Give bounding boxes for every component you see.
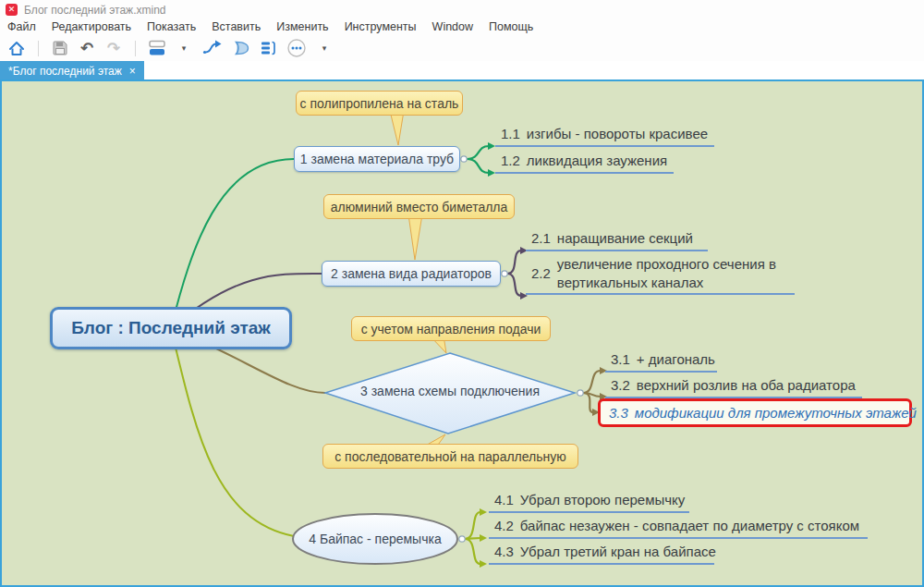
menu-edit[interactable]: Редактировать xyxy=(52,20,131,33)
relationship-button[interactable] xyxy=(201,37,224,59)
boundary-icon xyxy=(232,40,251,56)
subtopic-text: байпас незаужен - совпадает по диаметру … xyxy=(520,517,859,535)
menu-insert[interactable]: Вставить xyxy=(212,20,261,33)
summary-icon xyxy=(260,40,278,56)
menu-window[interactable]: Window xyxy=(432,20,473,33)
branch4-curve xyxy=(171,328,294,536)
callout-branch3-top[interactable]: с учетом направления подачи xyxy=(351,316,551,341)
title-bar: ✕ Блог последний этаж.xmind xyxy=(0,0,924,18)
subtopic-text: Убрал второю перемычку xyxy=(520,491,685,509)
summary-button[interactable] xyxy=(260,37,278,59)
redo-button[interactable]: ↷ xyxy=(104,37,123,59)
relationship-icon xyxy=(201,40,224,56)
callout1-tail xyxy=(390,111,404,145)
subtopic-2-1[interactable]: 2.1 наращивание секций xyxy=(526,229,708,251)
redo-icon: ↷ xyxy=(107,41,120,56)
save-button[interactable] xyxy=(51,37,69,59)
subtopic-text: + диагональ xyxy=(637,350,715,369)
subtopic-4-1[interactable]: 4.1 Убрал второю перемычку xyxy=(489,491,689,513)
toolbar-separator xyxy=(135,41,136,56)
subtopic-number: 4.2 xyxy=(494,518,514,533)
collapse-handle[interactable] xyxy=(459,536,465,542)
subtopic-text: изгибы - повороты красивее xyxy=(527,125,708,143)
subtopic-number: 3.2 xyxy=(611,377,630,393)
xmind-logo-icon: ✕ xyxy=(6,4,18,16)
tab-label: *Блог последний этаж xyxy=(8,65,122,78)
chevron-down-icon: ▾ xyxy=(322,43,327,53)
subtopic-3-2[interactable]: 3.2 верхний розлив на оба радиатора xyxy=(605,376,862,398)
topic-4-ellipse-label[interactable]: 4 Байпас - перемычка xyxy=(298,532,453,546)
subtopic-4-2[interactable]: 4.2 байпас незаужен - совпадает по диаме… xyxy=(489,517,868,539)
subtopic-text: модификации для промежуточных этажей xyxy=(635,405,917,421)
home-icon xyxy=(7,40,26,57)
subtopic-3-3-highlighted[interactable]: 3.3 модификации для промежуточных этажей xyxy=(598,398,912,427)
subtopic-3-1[interactable]: 3.1 + диагональ xyxy=(605,350,717,373)
boundary-button[interactable] xyxy=(232,37,251,59)
collapse-handle[interactable] xyxy=(578,390,583,396)
callout-branch3-bottom[interactable]: с последовательной на параллельную xyxy=(322,444,578,469)
subtopic-text: увеличение проходного сечения в вертикал… xyxy=(557,255,795,291)
subtopic-number: 2.2 xyxy=(531,265,551,281)
undo-icon: ↶ xyxy=(80,41,93,56)
callout2-tail xyxy=(408,214,422,260)
subtopic-number: 3.1 xyxy=(611,351,630,367)
menu-bar: Файл Редактировать Показать Вставить Изм… xyxy=(0,18,924,35)
menu-tools[interactable]: Инструменты xyxy=(345,20,417,33)
callout-branch1[interactable]: с полипропилена на сталь xyxy=(296,91,463,116)
subtopic-number: 1.1 xyxy=(501,126,520,141)
branch1-curve xyxy=(171,159,294,328)
subtopic-number: 4.1 xyxy=(494,492,514,508)
central-topic[interactable]: Блог : Последний этаж xyxy=(50,307,292,349)
subtopic-number: 1.2 xyxy=(501,153,520,168)
tab-close-icon[interactable]: × xyxy=(129,66,136,77)
window-title: Блог последний этаж.xmind xyxy=(24,4,165,17)
subtopic-text: Убрал третий кран на байпасе xyxy=(520,543,716,561)
topic-3-diamond-label[interactable]: 3 замена схемы подключения xyxy=(330,384,570,398)
menu-file[interactable]: Файл xyxy=(7,20,36,33)
save-icon xyxy=(52,40,68,56)
subtopic-1-1[interactable]: 1.1 изгибы - повороты красивее xyxy=(495,125,714,147)
topic-2[interactable]: 2 замена вида радиаторов xyxy=(322,261,501,287)
collapse-handle[interactable] xyxy=(502,271,507,276)
chevron-down-icon: ▾ xyxy=(182,43,187,53)
more-dropdown[interactable]: ▾ xyxy=(315,37,334,59)
subtopic-text: наращивание секций xyxy=(557,229,693,248)
subtopic-number: 3.3 xyxy=(609,405,628,421)
more-button[interactable] xyxy=(286,37,307,59)
topic-style-button[interactable] xyxy=(148,37,166,59)
menu-modify[interactable]: Изменить xyxy=(276,20,328,33)
subtopic-number: 4.3 xyxy=(494,544,514,559)
more-icon xyxy=(286,38,307,58)
undo-button[interactable]: ↶ xyxy=(78,37,96,59)
topic-style-dropdown[interactable]: ▾ xyxy=(175,37,193,59)
topic-style-icon xyxy=(148,40,166,56)
tab-blog-posledniy-etazh[interactable]: *Блог последний этаж × xyxy=(0,61,144,80)
menu-help[interactable]: Помощь xyxy=(489,20,533,33)
subtopic-1-2[interactable]: 1.2 ликвидация заужения xyxy=(495,152,674,174)
callout-branch2[interactable]: алюминий вместо биметалла xyxy=(323,194,515,219)
home-button[interactable] xyxy=(7,37,26,59)
subtopic-text: верхний розлив на оба радиатора xyxy=(637,376,856,395)
subtopic-4-3[interactable]: 4.3 Убрал третий кран на байпасе xyxy=(489,543,714,565)
subtopic-text: ликвидация заужения xyxy=(527,152,667,170)
tool-bar: ↶ ↷ ▾ xyxy=(0,35,924,61)
toolbar-separator xyxy=(38,41,39,56)
collapse-handle[interactable] xyxy=(461,156,467,162)
mindmap-canvas[interactable]: Блог : Последний этаж с полипропилена на… xyxy=(0,79,924,587)
subtopic-2-2[interactable]: 2.2 увеличение проходного сечения в верт… xyxy=(526,255,795,295)
tab-bar: *Блог последний этаж × xyxy=(0,61,924,80)
topic-1[interactable]: 1 замена материала труб xyxy=(294,146,460,172)
menu-view[interactable]: Показать xyxy=(147,20,196,33)
subtopic-number: 2.1 xyxy=(531,230,551,246)
